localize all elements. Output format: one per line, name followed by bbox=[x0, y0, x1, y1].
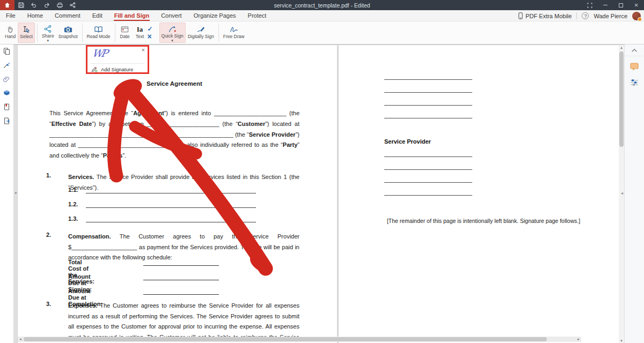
export-panel-button[interactable] bbox=[3, 117, 11, 125]
menu-home[interactable]: Home bbox=[21, 10, 49, 21]
signature-block-line[interactable] bbox=[384, 79, 472, 80]
fullscreen-button[interactable] bbox=[582, 0, 597, 10]
save-button[interactable] bbox=[14, 0, 27, 10]
share-tool-button[interactable]: Share ▾ bbox=[40, 23, 56, 43]
quick-sign-label: Quick Sign bbox=[162, 34, 184, 39]
blank-field-line[interactable] bbox=[86, 193, 256, 193]
menu-file[interactable]: File bbox=[0, 10, 21, 21]
properties-panel-button[interactable] bbox=[630, 79, 639, 88]
divider bbox=[576, 12, 577, 19]
signatures-panel-button[interactable] bbox=[3, 61, 11, 69]
signature-block-line[interactable] bbox=[384, 169, 472, 170]
window-title: service_contract_template.pdf - Edited bbox=[0, 2, 644, 9]
digitally-sign-icon bbox=[196, 25, 206, 33]
cross-tool-button[interactable]: × bbox=[148, 34, 159, 40]
home-icon bbox=[4, 2, 10, 8]
quick-sign-icon bbox=[168, 25, 177, 33]
stamps-panel-button[interactable] bbox=[3, 89, 11, 97]
collapse-panel-button[interactable] bbox=[625, 44, 644, 56]
minimize-icon bbox=[603, 5, 608, 5]
maximize-icon bbox=[619, 3, 623, 8]
signature-block-line[interactable] bbox=[384, 92, 472, 93]
select-tool-button[interactable]: Select bbox=[18, 23, 35, 43]
digitally-sign-button[interactable]: Digitally Sign bbox=[186, 23, 216, 43]
saved-signature-preview[interactable]: WP bbox=[91, 47, 108, 59]
pdf-page-2[interactable]: Service Provider [The remainder of this … bbox=[339, 45, 619, 343]
document-area: Service Agreement This Service Agreement… bbox=[14, 44, 624, 343]
menu-comment[interactable]: Comment bbox=[49, 10, 86, 21]
minimize-button[interactable] bbox=[597, 0, 613, 10]
phone-icon bbox=[518, 12, 523, 19]
menu-edit[interactable]: Edit bbox=[86, 10, 108, 21]
signature-panel-icon bbox=[3, 62, 10, 69]
scroll-left-icon[interactable]: ◂ bbox=[18, 337, 23, 342]
select-tool-label: Select bbox=[20, 34, 33, 39]
horizontal-scrollbar-thumb[interactable] bbox=[24, 337, 547, 341]
comment-icon bbox=[630, 62, 639, 71]
toolbar: Hand Select Share ▾ Snapshot Read Mode D… bbox=[0, 21, 644, 44]
scroll-right-icon[interactable]: ▸ bbox=[576, 337, 581, 342]
signature-block-line[interactable] bbox=[384, 182, 472, 183]
signature-block-line[interactable] bbox=[384, 195, 472, 196]
menu-organize-pages[interactable]: Organize Pages bbox=[188, 10, 242, 21]
scroll-down-icon[interactable]: ▾ bbox=[619, 338, 624, 343]
titlebar: service_contract_template.pdf - Edited × bbox=[0, 0, 644, 10]
scroll-up-icon[interactable]: ▴ bbox=[619, 45, 624, 50]
blank-field-line[interactable] bbox=[143, 265, 219, 266]
left-panel-expand-handle[interactable]: ▸ bbox=[15, 190, 17, 195]
vertical-scrollbar-thumb[interactable] bbox=[619, 51, 624, 147]
read-mode-button[interactable]: Read Mode bbox=[85, 23, 113, 43]
text-tool-label: Text bbox=[136, 34, 144, 39]
blank-field-line[interactable] bbox=[86, 222, 256, 222]
export-doc-icon bbox=[3, 117, 10, 124]
attachments-panel-button[interactable] bbox=[3, 75, 11, 83]
hand-icon bbox=[6, 25, 14, 34]
help-button[interactable]: ? bbox=[582, 12, 589, 19]
right-panel-expand-handle[interactable]: ◂ bbox=[621, 191, 623, 196]
comments-panel-button[interactable] bbox=[630, 62, 639, 73]
home-button[interactable] bbox=[0, 0, 14, 10]
maximize-button[interactable] bbox=[613, 0, 628, 10]
pdf-extra-mobile-button[interactable]: PDF Extra Mobile bbox=[518, 12, 572, 19]
add-signature-button[interactable]: Add Signature bbox=[91, 66, 133, 72]
signature-block-line[interactable] bbox=[384, 105, 472, 106]
menu-convert[interactable]: Convert bbox=[155, 10, 188, 21]
redo-button[interactable] bbox=[40, 0, 53, 10]
blank-field-line[interactable] bbox=[86, 207, 256, 208]
popup-close-icon[interactable]: × bbox=[142, 47, 145, 53]
checkmark-tool-button[interactable]: ✓ bbox=[148, 26, 159, 32]
right-panel-rail bbox=[624, 44, 644, 343]
bookmarks-panel-button[interactable] bbox=[3, 103, 11, 111]
paperclip-icon bbox=[3, 76, 10, 83]
pages-panel-button[interactable] bbox=[3, 47, 11, 55]
fullscreen-icon bbox=[587, 3, 592, 8]
blank-field-line[interactable] bbox=[143, 294, 219, 295]
snapshot-tool-button[interactable]: Snapshot bbox=[56, 23, 80, 43]
help-icon: ? bbox=[584, 13, 587, 19]
user-avatar[interactable] bbox=[632, 12, 641, 20]
select-icon bbox=[22, 25, 31, 34]
pages-icon bbox=[3, 48, 10, 55]
share-button-titlebar[interactable] bbox=[66, 0, 79, 10]
menu-fill-and-sign[interactable]: Fill and Sign bbox=[108, 10, 155, 21]
section-compensation: 2. Compensation. The Customer agrees to … bbox=[49, 232, 299, 263]
print-button[interactable] bbox=[53, 0, 66, 10]
date-tool-button[interactable]: Date bbox=[118, 23, 133, 43]
undo-button[interactable] bbox=[27, 0, 40, 10]
menu-protect[interactable]: Protect bbox=[242, 10, 273, 21]
signature-block-line[interactable] bbox=[384, 118, 472, 118]
signature-block-line[interactable] bbox=[384, 156, 472, 157]
hand-tool-label: Hand bbox=[5, 34, 16, 39]
free-draw-button[interactable]: Free Draw bbox=[221, 23, 247, 43]
share-icon bbox=[43, 25, 52, 33]
hand-tool-button[interactable]: Hand bbox=[3, 23, 18, 43]
blank-field-line[interactable] bbox=[143, 280, 219, 280]
left-panel-rail bbox=[0, 44, 14, 343]
text-tool-button[interactable]: Ia Text bbox=[133, 23, 148, 43]
close-button[interactable]: × bbox=[628, 0, 644, 10]
pdf-page-1[interactable]: Service Agreement This Service Agreement… bbox=[18, 45, 337, 343]
bookmark-icon bbox=[3, 103, 10, 110]
horizontal-scrollbar[interactable]: ◂ ▸ bbox=[18, 337, 581, 342]
quick-sign-button[interactable]: Quick Sign ▾ bbox=[159, 23, 186, 43]
save-icon bbox=[18, 2, 24, 8]
